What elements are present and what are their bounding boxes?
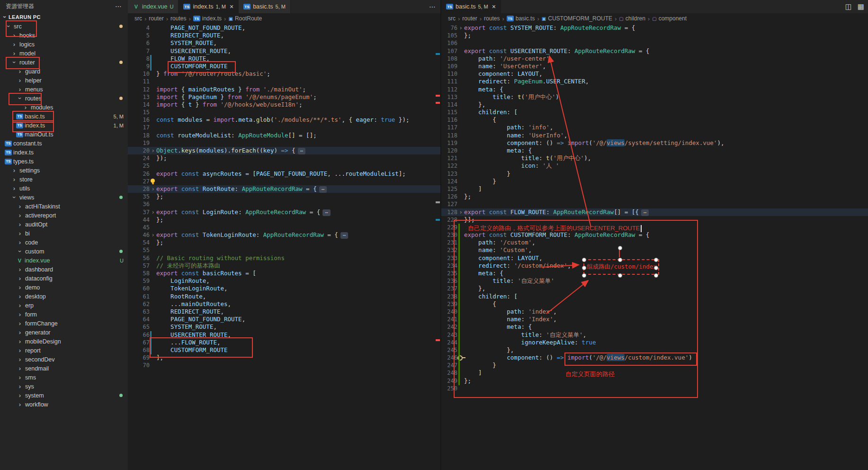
breadcrumb-item-router[interactable]: router: [149, 15, 163, 22]
explorer-more-actions-button[interactable]: ⋯: [115, 2, 122, 10]
tree-item-modules[interactable]: ›modules: [0, 103, 128, 112]
fold-chevron-icon[interactable]: ›: [150, 185, 156, 193]
chevron-right-icon: ›: [16, 68, 24, 75]
breadcrumb-item-children[interactable]: ▢children: [619, 15, 645, 22]
layout-icon[interactable]: ▦: [858, 2, 864, 11]
fold-indicator: [457, 132, 464, 139]
annotation-textbox-route-note[interactable]: 组成路由/custom/index: [583, 259, 659, 275]
tree-item-types.ts[interactable]: TStypes.ts: [0, 157, 128, 166]
tree-item-mobileDesign[interactable]: ›mobileDesign: [0, 337, 128, 346]
breadcrumb-item-RootRoute[interactable]: ▣RootRoute: [228, 15, 262, 22]
tab-basic.ts[interactable]: TSbasic.ts5, M: [239, 0, 291, 13]
breadcrumb-item-src[interactable]: src: [448, 15, 456, 22]
breadcrumb-item-routes[interactable]: routes: [484, 15, 500, 22]
tree-item-router[interactable]: ›router: [0, 58, 128, 67]
code-line-119: 119 component: () => import('/@/views/sy…: [441, 139, 868, 147]
rotation-handle[interactable]: [618, 246, 622, 250]
tree-item-menus[interactable]: ›menus: [0, 85, 128, 94]
tree-item-activereport[interactable]: ›activereport: [0, 211, 128, 220]
lightbulb-icon[interactable]: [151, 179, 155, 183]
tree-item-mainOut.ts[interactable]: TSmainOut.ts: [0, 130, 128, 139]
selection-handle[interactable]: [582, 266, 586, 270]
close-icon[interactable]: ×: [230, 3, 233, 10]
tree-item-dashboard[interactable]: ›dashboard: [0, 265, 128, 274]
tree-item-workflow[interactable]: ›workflow: [0, 400, 128, 409]
line-number: 10: [128, 70, 150, 78]
tree-item-generator[interactable]: ›generator: [0, 328, 128, 337]
tree-item-settings[interactable]: ›settings: [0, 166, 128, 175]
tree-item-report[interactable]: ›report: [0, 346, 128, 355]
overview-mark: [436, 201, 440, 203]
tree-item-index.ts[interactable]: TSindex.ts1, M: [0, 121, 128, 130]
tab-basic.ts[interactable]: TSbasic.ts5, M×: [441, 0, 501, 13]
code-line-125: 125 ]: [441, 185, 868, 193]
tree-item-hooks[interactable]: ›hooks: [0, 31, 128, 40]
tree-item-dataconfig[interactable]: ›dataconfig: [0, 274, 128, 283]
breadcrumb-item-component[interactable]: ▢component: [652, 15, 687, 22]
code-text: };: [156, 193, 163, 200]
tree-item-form[interactable]: ›form: [0, 310, 128, 319]
split-editor-icon[interactable]: ◫: [845, 2, 852, 11]
selection-handle[interactable]: [654, 258, 658, 262]
tree-item-erp[interactable]: ›erp: [0, 301, 128, 310]
fold-chevron-icon[interactable]: ›: [150, 208, 156, 216]
key-lightbulb-icon[interactable]: [457, 355, 463, 361]
tree-item-src[interactable]: ›src: [0, 22, 128, 31]
workspace-section-header[interactable]: › LEARUN PC: [0, 12, 128, 22]
selection-handle[interactable]: [582, 273, 586, 278]
tree-item-store[interactable]: ›store: [0, 175, 128, 184]
selection-handle[interactable]: [654, 266, 658, 270]
selection-handle[interactable]: [582, 258, 586, 262]
tree-item-sendmail[interactable]: ›sendmail: [0, 364, 128, 373]
tree-item-guard[interactable]: ›guard: [0, 67, 128, 76]
breadcrumb-item-CUSTOMFORM_ROUTE[interactable]: ▣CUSTOMFORM_ROUTE: [542, 15, 612, 22]
tree-item-auditOpt[interactable]: ›auditOpt: [0, 220, 128, 229]
tree-item-secondDev[interactable]: ›secondDev: [0, 355, 128, 364]
fold-indicator: [457, 70, 464, 78]
selection-handle[interactable]: [618, 258, 622, 262]
code-text: ignoreKeepAlive: true: [464, 339, 596, 346]
tree-item-utils[interactable]: ›utils: [0, 184, 128, 193]
tree-item-system[interactable]: ›system: [0, 391, 128, 400]
tree-item-index.vue[interactable]: Vindex.vueU: [0, 256, 128, 265]
selection-handle[interactable]: [618, 273, 622, 278]
tree-item-index.ts[interactable]: TSindex.ts: [0, 148, 128, 157]
tree-item-custom[interactable]: ›custom: [0, 247, 128, 256]
fold-indicator: [457, 354, 464, 362]
close-icon[interactable]: ×: [492, 3, 496, 10]
tree-item-code[interactable]: ›code: [0, 238, 128, 247]
tree-item-helper[interactable]: ›helper: [0, 76, 128, 85]
code-editor-index-ts[interactable]: 4 PAGE_NOT_FOUND_ROUTE,5 REDIRECT_ROUTE,…: [128, 24, 441, 470]
breadcrumb-item-src[interactable]: src: [134, 15, 142, 22]
tree-item-sms[interactable]: ›sms: [0, 373, 128, 382]
tree-item-desktop[interactable]: ›desktop: [0, 292, 128, 301]
tab-index.vue[interactable]: Vindex.vueU: [128, 0, 179, 13]
breadcrumb-item-basic.ts[interactable]: TSbasic.ts: [507, 15, 535, 22]
tree-item-sys[interactable]: ›sys: [0, 382, 128, 391]
tree-item-bi[interactable]: ›bi: [0, 229, 128, 238]
tree-item-constant.ts[interactable]: TSconstant.ts: [0, 139, 128, 148]
fold-chevron-icon[interactable]: ›: [150, 147, 156, 154]
code-line-8: 8 FLOW_ROUTE,: [128, 55, 441, 63]
tree-item-demo[interactable]: ›demo: [0, 283, 128, 292]
line-number: 60: [128, 285, 150, 292]
breadcrumb-item-index.ts[interactable]: TSindex.ts: [193, 15, 222, 22]
tree-item-views[interactable]: ›views: [0, 193, 128, 202]
tree-item-basic.ts[interactable]: TSbasic.ts5, M: [0, 112, 128, 121]
overview-ruler[interactable]: [436, 24, 440, 470]
breadcrumb-item-router[interactable]: router: [462, 15, 477, 22]
fold-chevron-icon[interactable]: ›: [457, 24, 464, 32]
tree-item-routes[interactable]: ›routes: [0, 94, 128, 103]
code-editor-basic-ts[interactable]: 76›export const SYSTEM_ROUTE: AppRouteRe…: [441, 24, 868, 470]
fold-chevron-icon[interactable]: ›: [457, 208, 464, 216]
selection-handle[interactable]: [654, 273, 658, 278]
code-text: component: () => import('/@/views/custom…: [464, 354, 692, 362]
fold-chevron-icon[interactable]: ›: [150, 231, 156, 239]
tab-index.ts[interactable]: TSindex.ts1, M×: [179, 0, 239, 13]
breadcrumb-item-routes[interactable]: routes: [170, 15, 186, 22]
tree-item-model[interactable]: ›model: [0, 49, 128, 58]
tree-item-actHiTaskinst[interactable]: ›actHiTaskinst: [0, 202, 128, 211]
tree-item-logics[interactable]: ›logics: [0, 40, 128, 49]
editor-more-actions-button[interactable]: ⋯: [429, 0, 436, 13]
tree-item-formChange[interactable]: ›formChange: [0, 319, 128, 328]
